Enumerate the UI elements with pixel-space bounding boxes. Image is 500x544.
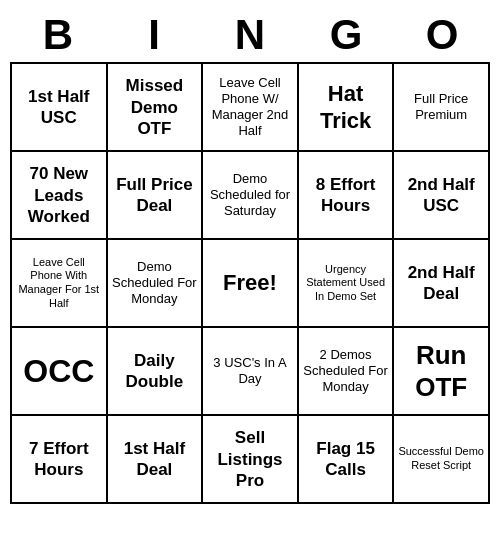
bingo-cell: Full Price Deal	[108, 152, 204, 240]
bingo-header-letter: N	[202, 8, 298, 62]
bingo-cell: Run OTF	[394, 328, 490, 416]
bingo-header: BINGO	[10, 8, 490, 62]
bingo-header-letter: G	[298, 8, 394, 62]
bingo-cell: Successful Demo Reset Script	[394, 416, 490, 504]
bingo-cell: Sell Listings Pro	[203, 416, 299, 504]
bingo-cell: 2nd Half Deal	[394, 240, 490, 328]
bingo-cell: Urgency Statement Used In Demo Set	[299, 240, 395, 328]
bingo-cell: Demo Scheduled For Monday	[108, 240, 204, 328]
bingo-cell: 8 Effort Hours	[299, 152, 395, 240]
bingo-cell: Missed Demo OTF	[108, 64, 204, 152]
bingo-card: BINGO 1st Half USCMissed Demo OTFLeave C…	[10, 8, 490, 504]
bingo-cell: Free!	[203, 240, 299, 328]
bingo-cell: Demo Scheduled for Saturday	[203, 152, 299, 240]
bingo-header-letter: I	[106, 8, 202, 62]
bingo-header-letter: B	[10, 8, 106, 62]
bingo-cell: Daily Double	[108, 328, 204, 416]
bingo-grid: 1st Half USCMissed Demo OTFLeave Cell Ph…	[10, 62, 490, 504]
bingo-cell: Leave Cell Phone W/ Manager 2nd Half	[203, 64, 299, 152]
bingo-cell: 3 USC's In A Day	[203, 328, 299, 416]
bingo-cell: Full Price Premium	[394, 64, 490, 152]
bingo-cell: OCC	[12, 328, 108, 416]
bingo-cell: Leave Cell Phone With Manager For 1st Ha…	[12, 240, 108, 328]
bingo-cell: 2 Demos Scheduled For Monday	[299, 328, 395, 416]
bingo-header-letter: O	[394, 8, 490, 62]
bingo-cell: 1st Half Deal	[108, 416, 204, 504]
bingo-cell: 70 New Leads Worked	[12, 152, 108, 240]
bingo-cell: Flag 15 Calls	[299, 416, 395, 504]
bingo-cell: Hat Trick	[299, 64, 395, 152]
bingo-cell: 2nd Half USC	[394, 152, 490, 240]
bingo-cell: 7 Effort Hours	[12, 416, 108, 504]
bingo-cell: 1st Half USC	[12, 64, 108, 152]
